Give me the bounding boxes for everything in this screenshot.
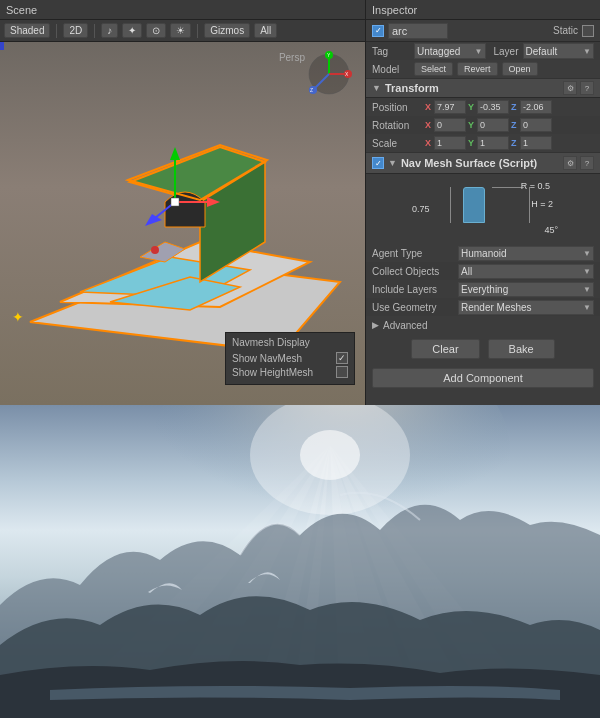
navmesh-section-icons: ⚙ ?: [563, 156, 594, 170]
model-label: Model: [372, 64, 410, 75]
rotation-z-input[interactable]: [520, 118, 552, 132]
tag-row: Tag Untagged ▼ Layer Default ▼: [366, 42, 600, 60]
use-geometry-label: Use Geometry: [372, 302, 454, 313]
scene-light-btn[interactable]: ☀: [170, 23, 191, 38]
select-button[interactable]: Select: [414, 62, 453, 76]
scale-x-input[interactable]: [434, 136, 466, 150]
position-row: Position X Y Z: [366, 98, 600, 116]
tag-dropdown[interactable]: Untagged ▼: [414, 43, 486, 59]
navmesh-display-popup: Navmesh Display Show NavMesh ✓ Show Heig…: [225, 332, 355, 385]
advanced-fold-icon: ▶: [372, 320, 379, 330]
rotation-x-input[interactable]: [434, 118, 466, 132]
position-xyz: X Y Z: [425, 100, 594, 114]
transform-label: Transform: [385, 82, 439, 94]
scale-y-input[interactable]: [477, 136, 509, 150]
navmesh-section-header[interactable]: ✓ ▼ Nav Mesh Surface (Script) ⚙ ?: [366, 152, 600, 174]
mode-2d-btn[interactable]: 2D: [63, 23, 88, 38]
navmesh-fold-icon: ▼: [388, 158, 397, 168]
audio-btn[interactable]: ♪: [101, 23, 118, 38]
agent-r-label: R = 0.5: [521, 181, 550, 191]
sun-rays-svg: [0, 405, 600, 718]
y-axis-label: Y: [468, 102, 476, 112]
position-y-item: Y: [468, 100, 509, 114]
agent-diagram: R = 0.5 0.75 H = 2 45°: [408, 179, 558, 239]
rotation-y-input[interactable]: [477, 118, 509, 132]
layer-label: Layer: [494, 46, 519, 57]
show-navmesh-label: Show NavMesh: [232, 353, 302, 364]
bottom-scene[interactable]: [0, 405, 600, 718]
camera-btn[interactable]: ⊙: [146, 23, 166, 38]
agent-type-row: Agent Type Humanoid ▼: [366, 244, 600, 262]
position-x-input[interactable]: [434, 100, 466, 114]
advanced-row[interactable]: ▶ Advanced: [366, 316, 600, 334]
show-heightmesh-row: Show HeightMesh: [232, 366, 348, 378]
svg-marker-13: [145, 214, 162, 226]
navmesh-settings-icon[interactable]: ⚙: [563, 156, 577, 170]
position-x-item: X: [425, 100, 466, 114]
collect-objects-label: Collect Objects: [372, 266, 454, 277]
toolbar-divider-2: [94, 24, 95, 38]
include-layers-row: Include Layers Everything ▼: [366, 280, 600, 298]
navmesh-popup-title: Navmesh Display: [232, 337, 348, 348]
rot-x-label: X: [425, 120, 433, 130]
rotation-x-item: X: [425, 118, 466, 132]
agent-left-val: 0.75: [412, 204, 430, 214]
scale-label: Scale: [372, 138, 422, 149]
inspector-object-header: ✓ Static: [366, 20, 600, 42]
scene-toolbar: Shaded 2D ♪ ✦ ⊙ ☀ Gizmos All: [0, 20, 365, 42]
static-label: Static: [553, 25, 578, 36]
navmesh-help-icon[interactable]: ?: [580, 156, 594, 170]
object-enabled-checkbox[interactable]: ✓: [372, 25, 384, 37]
transform-settings-icon[interactable]: ⚙: [563, 81, 577, 95]
open-button[interactable]: Open: [502, 62, 538, 76]
include-layers-label: Include Layers: [372, 284, 454, 295]
revert-button[interactable]: Revert: [457, 62, 498, 76]
light-icon: ✦: [12, 309, 24, 325]
use-geometry-row: Use Geometry Render Meshes ▼: [366, 298, 600, 316]
show-heightmesh-checkbox[interactable]: [336, 366, 348, 378]
layer-dropdown[interactable]: Default ▼: [523, 43, 595, 59]
scene-viewport[interactable]: Y X Z Persp ✦ Navmesh Display Show NavMe…: [0, 42, 365, 405]
agent-type-dropdown[interactable]: Humanoid ▼: [458, 246, 594, 261]
transform-section-icons: ⚙ ?: [563, 81, 594, 95]
inspector-titlebar: Inspector: [366, 0, 600, 20]
transform-section-header[interactable]: ▼ Transform ⚙ ?: [366, 78, 600, 98]
static-checkbox[interactable]: [582, 25, 594, 37]
fx-btn[interactable]: ✦: [122, 23, 142, 38]
show-heightmesh-label: Show HeightMesh: [232, 367, 313, 378]
navmesh-script-label: Nav Mesh Surface (Script): [401, 157, 537, 169]
gizmo-axes[interactable]: Y X Z: [305, 50, 353, 98]
scale-x-label: X: [425, 138, 433, 148]
perspective-label: Persp: [279, 52, 305, 63]
rotation-label: Rotation: [372, 120, 422, 131]
scale-z-item: Z: [511, 136, 552, 150]
bake-button[interactable]: Bake: [488, 339, 555, 359]
position-z-input[interactable]: [520, 100, 552, 114]
rot-y-label: Y: [468, 120, 476, 130]
collect-objects-row: Collect Objects All ▼: [366, 262, 600, 280]
gizmos-btn[interactable]: Gizmos: [204, 23, 250, 38]
model-row: Model Select Revert Open: [366, 60, 600, 78]
shade-mode-btn[interactable]: Shaded: [4, 23, 50, 38]
scene-title: Scene: [6, 4, 37, 16]
show-navmesh-checkbox[interactable]: ✓: [336, 352, 348, 364]
add-component-button[interactable]: Add Component: [372, 368, 594, 388]
x-axis-label: X: [425, 102, 433, 112]
use-geometry-dropdown[interactable]: Render Meshes ▼: [458, 300, 594, 315]
agent-labels: R = 0.5 0.75 H = 2 45°: [408, 179, 558, 239]
rotation-xyz: X Y Z: [425, 118, 594, 132]
position-y-input[interactable]: [477, 100, 509, 114]
toolbar-divider-3: [197, 24, 198, 38]
rotation-z-item: Z: [511, 118, 552, 132]
svg-point-15: [151, 246, 159, 254]
transform-help-icon[interactable]: ?: [580, 81, 594, 95]
all-btn[interactable]: All: [254, 23, 277, 38]
collect-objects-dropdown[interactable]: All ▼: [458, 264, 594, 279]
navmesh-enabled-checkbox[interactable]: ✓: [372, 157, 384, 169]
agent-type-label: Agent Type: [372, 248, 454, 259]
clear-button[interactable]: Clear: [411, 339, 479, 359]
object-name-input[interactable]: [388, 23, 448, 39]
scale-z-label: Z: [511, 138, 519, 148]
scale-z-input[interactable]: [520, 136, 552, 150]
include-layers-dropdown[interactable]: Everything ▼: [458, 282, 594, 297]
